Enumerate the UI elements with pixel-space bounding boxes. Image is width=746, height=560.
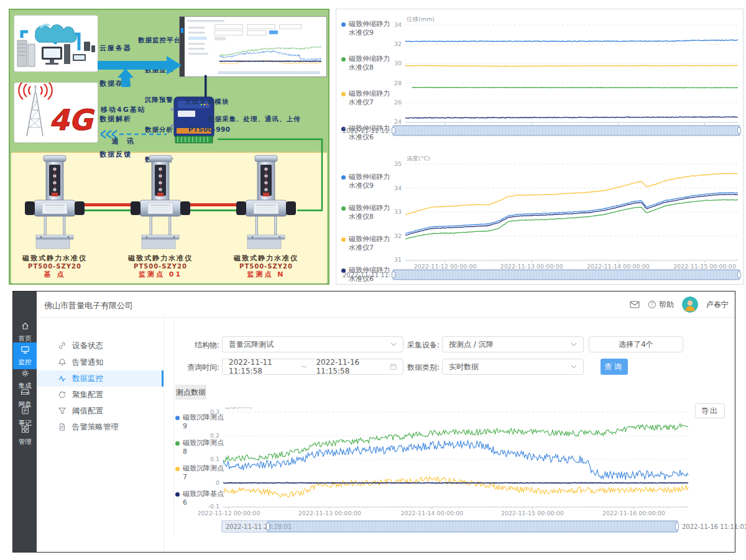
- svg-text:31: 31: [394, 256, 402, 263]
- refresh-icon: [58, 390, 67, 399]
- legend-dot-icon: [341, 206, 346, 211]
- data-category-select[interactable]: 实时数据: [442, 359, 584, 375]
- monitoring-submenu: 设备状态 告警通知 数据监控 聚集配置 阈值配置 告警策略管理: [37, 318, 164, 552]
- temperature-datazoom[interactable]: [392, 269, 740, 280]
- datazoom-end-time: 2022-11-16 11:11:01: [682, 523, 746, 530]
- svg-text:温度(°C): 温度(°C): [407, 155, 430, 162]
- time-separator: ~: [301, 362, 307, 371]
- activity-icon: [58, 374, 67, 383]
- displacement-chart-legend: 磁致伸缩静力水准仪9磁致伸缩静力水准仪8磁致伸缩静力水准仪7磁致伸缩静力水准仪6: [341, 20, 392, 159]
- 4g-label: 4G: [49, 103, 95, 137]
- document-icon: [58, 423, 67, 431]
- svg-text:30: 30: [394, 60, 402, 67]
- svg-text:28: 28: [394, 80, 402, 86]
- svg-text:35: 35: [394, 160, 402, 167]
- system-diagram: 云服务器 数据存储 数据解析 数据反馈 数据监控平台 数据显示 沉降预警 数据分…: [9, 9, 329, 285]
- temperature-chart[interactable]: 31323334352022-11-12 00:00:002022-11-13 …: [389, 152, 740, 270]
- help-button[interactable]: ? 帮助: [648, 300, 674, 310]
- displacement-datazoom[interactable]: [392, 125, 740, 136]
- svg-text:0.2: 0.2: [210, 432, 219, 439]
- legend-item[interactable]: 磁致伸缩静力水准仪8: [341, 55, 392, 72]
- legend-dot-icon: [341, 57, 346, 62]
- svg-text:0.3: 0.3: [210, 408, 219, 415]
- svg-text:2022-11-15 00:00:00: 2022-11-15 00:00:00: [501, 510, 564, 516]
- svg-text:26: 26: [394, 99, 402, 106]
- displacement-chart[interactable]: 2426283032342022-11-12 00:00:002022-11-1…: [389, 12, 740, 132]
- legend-dot-icon: [341, 175, 346, 180]
- settlement-datazoom[interactable]: 2022-11-11 23:28:01: [221, 520, 678, 533]
- time-range-picker[interactable]: 2022-11-11 11:15:58 ~ 2022-11-16 11:15:5…: [222, 359, 403, 375]
- legend-dot-icon: [175, 492, 180, 497]
- gear-icon: [21, 369, 30, 378]
- menu-item-aggregation-config[interactable]: 聚集配置: [37, 387, 163, 403]
- device-label: 采集设备:: [390, 340, 440, 351]
- company-name: 佛山市普量电子有限公司: [44, 300, 133, 311]
- dashboard-header: 佛山市普量电子有限公司 ? 帮助 卢春宁: [37, 291, 735, 318]
- legend-dot-icon: [175, 441, 180, 446]
- data-category-label: 数据类别:: [390, 362, 440, 373]
- svg-text:0: 0: [216, 479, 219, 486]
- drive-icon: [21, 387, 30, 397]
- svg-text:位移(mm): 位移(mm): [406, 16, 435, 22]
- svg-text:2022-11-14 00:00:00: 2022-11-14 00:00:00: [400, 510, 463, 516]
- svg-text:32: 32: [394, 232, 402, 239]
- structure-select[interactable]: 普量沉降测试: [222, 336, 403, 352]
- module-description: 数据采集、处理、通讯、上传: [208, 113, 301, 125]
- legend-dot-icon: [341, 92, 346, 96]
- user-avatar[interactable]: [682, 296, 698, 313]
- mini-chart: [218, 42, 323, 70]
- journal-icon: [21, 406, 30, 415]
- mail-icon[interactable]: [630, 300, 640, 309]
- grid-icon: [21, 425, 30, 434]
- svg-text:24: 24: [394, 118, 402, 125]
- menu-item-alarm-policy[interactable]: 告警策略管理: [37, 419, 163, 435]
- legend-dot-icon: [341, 237, 346, 242]
- user-name[interactable]: 卢春宁: [706, 300, 729, 310]
- legend-dot-icon: [341, 22, 346, 27]
- sidebar-item-home[interactable]: 首页: [13, 319, 37, 346]
- charts-panel: 磁致伸缩静力水准仪9磁致伸缩静力水准仪8磁致伸缩静力水准仪7磁致伸缩静力水准仪6…: [336, 9, 744, 285]
- svg-text:0.1: 0.1: [210, 456, 219, 462]
- time-start-value: 2022-11-11 11:15:58: [229, 358, 292, 375]
- legend-item[interactable]: 磁致伸缩静力水准仪7: [341, 235, 392, 252]
- 4g-tower-box: 4G: [14, 82, 98, 143]
- svg-text:2022-11-13 00:00:00: 2022-11-13 00:00:00: [298, 510, 361, 516]
- svg-text:位移(mm): 位移(mm): [224, 407, 252, 410]
- help-icon: ?: [648, 300, 656, 309]
- app-sidebar: 首页 监控 集成 网盘 事记 管理: [13, 291, 37, 552]
- chevron-down-icon: [571, 342, 577, 347]
- svg-text:34: 34: [394, 21, 402, 28]
- legend-item[interactable]: 磁致伸缩静力水准仪7: [341, 90, 392, 107]
- home-icon: [21, 321, 30, 331]
- tab-measure-point-data[interactable]: 测点数据: [175, 385, 206, 400]
- svg-text:34: 34: [394, 185, 402, 191]
- legend-item[interactable]: 磁致伸缩静力水准仪9: [341, 173, 392, 190]
- menu-item-threshold-config[interactable]: 阈值配置: [37, 403, 163, 419]
- temperature-chart-legend: 磁致伸缩静力水准仪9磁致伸缩静力水准仪8磁致伸缩静力水准仪7磁致伸缩静力水准仪6: [341, 173, 392, 297]
- sensor-label-base: 磁致式静力水准仪 PT500-SZY20 基 点: [11, 254, 98, 279]
- svg-text:2022-11-16 00:00:00: 2022-11-16 00:00:00: [602, 510, 665, 516]
- diagram-mini-dashboard-screenshot: [179, 16, 327, 77]
- legend-dot-icon: [175, 416, 180, 420]
- time-end-value: 2022-11-16 11:15:58: [316, 358, 379, 375]
- svg-text:2022-11-12 00:00:00: 2022-11-12 00:00:00: [198, 510, 260, 516]
- sidebar-item-monitoring[interactable]: 监控: [13, 342, 37, 369]
- cloud-server-box: [14, 15, 98, 72]
- legend-item[interactable]: 磁致伸缩静力水准仪9: [341, 20, 392, 37]
- query-button[interactable]: 查询: [601, 359, 628, 375]
- menu-item-data-monitoring[interactable]: 数据监控: [37, 370, 163, 387]
- svg-text:?: ?: [651, 301, 654, 308]
- sidebar-item-admin[interactable]: 管理: [13, 422, 37, 449]
- export-button[interactable]: 导出: [695, 403, 725, 418]
- sensor-label-point-01: 磁致式静力水准仪 PT500-SZY20 监测点 01: [117, 254, 204, 279]
- mini-sidebar: [180, 17, 185, 77]
- menu-item-alarm-notify[interactable]: 告警通知: [37, 354, 163, 370]
- page: 云服务器 数据存储 数据解析 数据反馈 数据监控平台 数据显示 沉降预警 数据分…: [0, 0, 746, 560]
- legend-item[interactable]: 磁致伸缩静力水准仪8: [341, 204, 392, 221]
- menu-item-device-status[interactable]: 设备状态: [37, 337, 163, 354]
- query-time-label: 查询时间:: [170, 362, 219, 373]
- svg-text:-0.1: -0.1: [208, 503, 219, 510]
- device-selected-count[interactable]: 选择了4个: [589, 336, 683, 352]
- device-select[interactable]: 按测点 / 沉降: [442, 336, 584, 352]
- settlement-chart[interactable]: 0.30.20.10-0.12022-11-12 00:00:002022-11…: [198, 407, 697, 518]
